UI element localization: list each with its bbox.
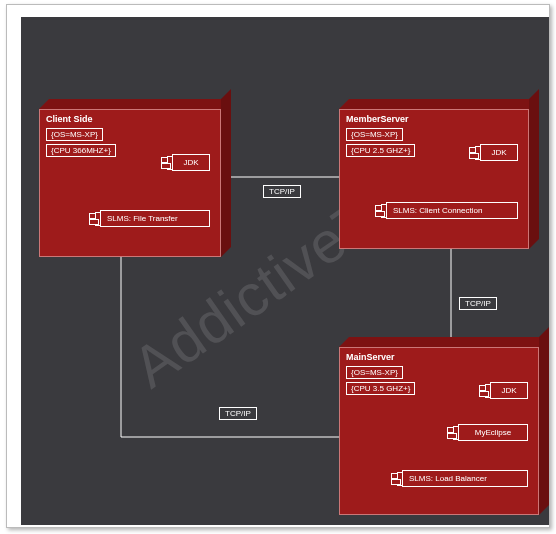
- node-title: MemberServer: [346, 114, 409, 124]
- node-main-server[interactable]: MainServer {OS=MS-XP} {CPU 3.5 GHZ+} JDK…: [339, 337, 539, 515]
- component-label: JDK: [501, 386, 516, 395]
- connection-label-client-main: TCP/IP: [219, 407, 257, 420]
- component-label: MyEclipse: [475, 428, 511, 437]
- component-slms-client-connection[interactable]: SLMS: Client Connection: [386, 202, 518, 219]
- node-title: MainServer: [346, 352, 395, 362]
- page-frame: AddictiveTips Client Side {OS=MS-XP} {CP…: [6, 4, 550, 528]
- tag-cpu: {CPU 3.5 GHZ+}: [346, 382, 415, 395]
- component-label: SLMS: File Transfer: [107, 214, 178, 223]
- component-label: JDK: [491, 148, 506, 157]
- connection-label-client-member: TCP/IP: [263, 185, 301, 198]
- component-slms-load-balancer[interactable]: SLMS: Load Balancer: [402, 470, 528, 487]
- component-label: SLMS: Load Balancer: [409, 474, 487, 483]
- node-member-server[interactable]: MemberServer {OS=MS-XP} {CPU 2.5 GHZ+} J…: [339, 99, 529, 249]
- tag-os: {OS=MS-XP}: [346, 128, 403, 141]
- component-slms-file-transfer[interactable]: SLMS: File Transfer: [100, 210, 210, 227]
- tag-os: {OS=MS-XP}: [346, 366, 403, 379]
- component-jdk[interactable]: JDK: [480, 144, 518, 161]
- node-client-side[interactable]: Client Side {OS=MS-XP} {CPU 366MHZ+} JDK…: [39, 99, 221, 257]
- component-label: SLMS: Client Connection: [393, 206, 482, 215]
- component-jdk[interactable]: JDK: [490, 382, 528, 399]
- component-label: JDK: [183, 158, 198, 167]
- connection-label-member-main: TCP/IP: [459, 297, 497, 310]
- tag-cpu: {CPU 2.5 GHZ+}: [346, 144, 415, 157]
- component-jdk[interactable]: JDK: [172, 154, 210, 171]
- tag-os: {OS=MS-XP}: [46, 128, 103, 141]
- tag-cpu: {CPU 366MHZ+}: [46, 144, 116, 157]
- node-title: Client Side: [46, 114, 93, 124]
- diagram-canvas: AddictiveTips Client Side {OS=MS-XP} {CP…: [21, 17, 549, 525]
- component-myeclipse[interactable]: MyEclipse: [458, 424, 528, 441]
